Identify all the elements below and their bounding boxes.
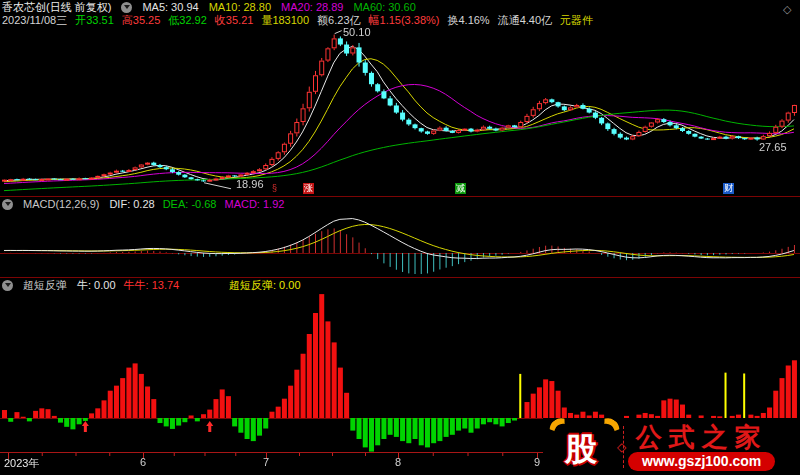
time-axis-label: 9 (534, 456, 540, 468)
ma-legend: MA5: 30.94MA10: 28.80MA20: 28.89MA60: 30… (142, 1, 415, 13)
sub-indicator-values: 牛: 0.00牛牛: 13.74 (77, 279, 179, 291)
chart-title: 香农芯创(日线 前复权) (2, 1, 111, 13)
event-marker[interactable]: 涨 (303, 183, 314, 194)
macd-value-item: MACD: 1.92 (224, 198, 284, 210)
watermark-site-url: www.gszj100.com (628, 452, 775, 471)
watermark-divider: ◇ (623, 426, 624, 468)
header-line-2: 2023/11/08三开33.51高35.25低32.92收35.21量1831… (2, 14, 593, 26)
sub-indicator-right-value: 超短反弹: 0.00 (229, 279, 301, 291)
event-marker[interactable]: § (269, 183, 280, 194)
quote-info-item: 额6.23亿 (317, 14, 360, 26)
quote-info-item: 2023/11/08三 (2, 14, 67, 26)
low-price-label: 18.96 (236, 178, 264, 190)
ma-legend-item: MA60: 30.60 (353, 1, 415, 13)
quote-info-item: 低32.92 (168, 14, 207, 26)
macd-values: DIF: 0.28DEA: -0.68MACD: 1.92 (109, 198, 284, 210)
macd-indicator-name: MACD(12,26,9) (23, 198, 99, 210)
time-axis-label: 7 (263, 456, 269, 468)
sub-panel-toggle-icon[interactable] (2, 280, 13, 291)
candlestick-chart[interactable] (0, 28, 800, 196)
time-axis-label: 2023年 (4, 456, 39, 471)
sub-indicator-name: 超短反弹 (23, 279, 67, 291)
panel-divider-2 (0, 277, 800, 278)
ma-legend-item: MA5: 30.94 (142, 1, 198, 13)
header-line-1: 香农芯创(日线 前复权) MA5: 30.94MA10: 28.80MA20: … (2, 1, 416, 13)
time-axis-label: 6 (140, 456, 146, 468)
macd-value-item: DEA: -0.68 (163, 198, 217, 210)
watermark-site-name: 公式之家 (636, 423, 768, 451)
panel-divider (0, 196, 800, 197)
main-panel-toggle-icon[interactable] (121, 2, 132, 13)
sub-indicator-header: 超短反弹 牛: 0.00牛牛: 13.74 超短反弹: 0.00 (2, 279, 798, 291)
macd-chart[interactable] (0, 212, 800, 276)
corner-diamond-icon: ◇ (783, 3, 791, 16)
event-marker[interactable]: 减 (455, 183, 466, 194)
quote-info-item: 高35.25 (122, 14, 161, 26)
watermark-logo-character: 股 (565, 428, 597, 472)
quote-info-item: 换4.16% (447, 14, 489, 26)
quote-info-item: 量183100 (261, 14, 309, 26)
macd-panel-toggle-icon[interactable] (2, 199, 13, 210)
macd-header: MACD(12,26,9) DIF: 0.28DEA: -0.68MACD: 1… (2, 198, 284, 210)
high-price-label: 50.10 (343, 26, 371, 38)
macd-value-item: DIF: 0.28 (109, 198, 154, 210)
bull-logo-icon: 股 (551, 420, 617, 474)
watermark: 股 ◇ 公式之家 www.gszj100.com (543, 418, 800, 475)
quote-info-item: 元器件 (560, 14, 593, 26)
quote-info-item: 幅1.15(3.38%) (369, 14, 440, 26)
sub-indicator-value-item: 牛: 0.00 (77, 279, 116, 291)
quote-info-item: 开33.51 (75, 14, 114, 26)
ma-legend-item: MA20: 28.89 (281, 1, 343, 13)
time-axis-label: 8 (395, 456, 401, 468)
event-marker[interactable]: 财 (723, 183, 734, 194)
stock-chart-window: 香农芯创(日线 前复权) MA5: 30.94MA10: 28.80MA20: … (0, 0, 800, 475)
quote-info-item: 收35.21 (215, 14, 254, 26)
diamond-icon: ◇ (617, 440, 626, 454)
recent-low-price-label: 27.65 (759, 141, 787, 153)
sub-indicator-value-item: 牛牛: 13.74 (124, 279, 180, 291)
ma-legend-item: MA10: 28.80 (209, 1, 271, 13)
quote-info-item: 流通4.40亿 (498, 14, 552, 26)
